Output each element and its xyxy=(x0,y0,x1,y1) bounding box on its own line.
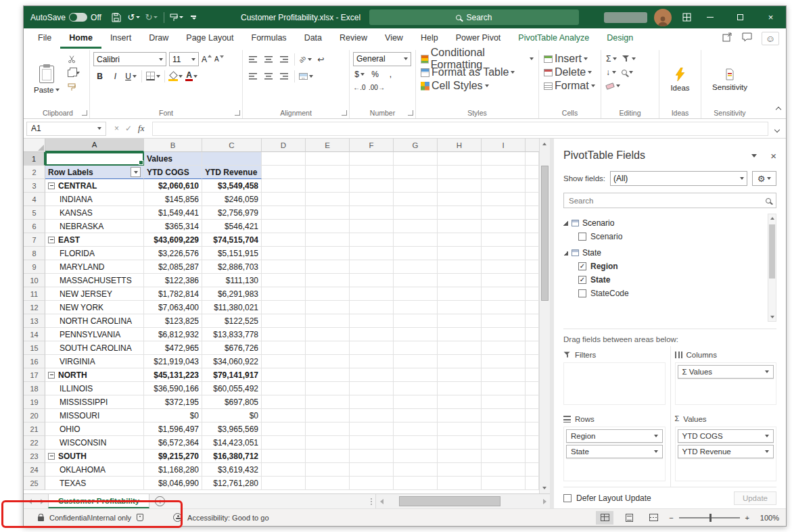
cell-F5[interactable] xyxy=(350,206,394,220)
field-group-state[interactable]: State xyxy=(563,246,768,260)
cell-C9[interactable]: $2,886,703 xyxy=(202,260,262,274)
row-header-10[interactable]: 10 xyxy=(24,274,45,287)
area-item-ytd-cogs[interactable]: YTD COGS xyxy=(678,429,774,443)
cell-D9[interactable] xyxy=(262,260,306,274)
column-header-B[interactable]: B xyxy=(144,139,202,152)
cell-D19[interactable] xyxy=(262,395,306,409)
column-header-F[interactable]: F xyxy=(350,139,394,152)
name-box[interactable]: A1 xyxy=(26,122,106,136)
cell-I25[interactable] xyxy=(482,477,526,490)
cell-I23[interactable] xyxy=(482,450,526,463)
accounting-format-button[interactable]: $ xyxy=(353,68,366,81)
cell-G14[interactable] xyxy=(394,328,438,341)
row-header-3[interactable]: 3 xyxy=(24,179,45,193)
cell-C3[interactable]: $3,549,458 xyxy=(202,179,262,193)
column-header-G[interactable]: G xyxy=(394,139,438,152)
cell-D4[interactable] xyxy=(262,193,306,206)
close-pane-icon[interactable]: × xyxy=(770,150,776,162)
page-break-view-button[interactable] xyxy=(645,511,662,525)
cell-styles-button[interactable]: Cell Styles xyxy=(419,80,535,92)
cell-A8[interactable]: FLORIDA xyxy=(45,247,144,260)
page-layout-view-button[interactable] xyxy=(620,511,638,525)
cell-F20[interactable] xyxy=(350,409,394,422)
cell-F3[interactable] xyxy=(350,179,394,193)
cell-C14[interactable]: $13,833,778 xyxy=(202,328,262,341)
cell-H24[interactable] xyxy=(438,463,482,477)
field-item-region[interactable]: Region xyxy=(563,260,768,273)
checkbox-checked[interactable] xyxy=(578,262,586,270)
cell-A13[interactable]: NORTH CAROLINA xyxy=(45,314,144,328)
cell-F23[interactable] xyxy=(350,450,394,463)
cell-D12[interactable] xyxy=(262,301,306,314)
cell-A22[interactable]: WISCONSIN xyxy=(45,436,144,450)
cell-C5[interactable]: $2,756,979 xyxy=(202,206,262,220)
row-header-11[interactable]: 11 xyxy=(24,287,45,301)
align-right-button[interactable] xyxy=(277,70,290,83)
cancel-icon[interactable]: × xyxy=(114,124,119,133)
scroll-right-button[interactable] xyxy=(539,494,550,508)
cell-E8[interactable] xyxy=(306,247,350,260)
insert-function-button[interactable]: fx xyxy=(138,123,144,134)
cell-B18[interactable]: $36,590,166 xyxy=(144,382,202,395)
cell-F19[interactable] xyxy=(350,395,394,409)
borders-button[interactable] xyxy=(146,70,160,83)
cell-B8[interactable]: $3,226,576 xyxy=(144,247,202,260)
cell-C18[interactable]: $60,055,492 xyxy=(202,382,262,395)
cell-F18[interactable] xyxy=(350,382,394,395)
sensitivity-button[interactable]: Sensitivity xyxy=(708,51,751,107)
cell-A3[interactable]: CENTRAL xyxy=(45,179,144,193)
cell-D25[interactable] xyxy=(262,477,306,490)
row-header-6[interactable]: 6 xyxy=(24,220,45,233)
cell-A9[interactable]: MARYLAND xyxy=(45,260,144,274)
fill-button[interactable]: ↓ xyxy=(605,66,618,78)
bold-button[interactable]: B xyxy=(93,70,106,83)
cell-A16[interactable]: VIRGINIA xyxy=(45,355,144,368)
cell-E24[interactable] xyxy=(306,463,350,477)
autosave-switch-icon[interactable] xyxy=(69,13,87,22)
ribbon-tab-page-layout[interactable]: Page Layout xyxy=(177,28,242,49)
row-header-7[interactable]: 7 xyxy=(24,233,45,247)
middle-align-button[interactable] xyxy=(262,53,275,66)
ribbon-tab-insert[interactable]: Insert xyxy=(101,28,140,49)
scrollbar-splitter[interactable] xyxy=(367,494,375,508)
cell-E12[interactable] xyxy=(306,301,350,314)
cell-A6[interactable]: NEBRASKA xyxy=(45,220,144,233)
delete-cells-button[interactable]: Delete xyxy=(542,66,597,78)
column-header-A[interactable]: A xyxy=(45,139,144,152)
cell-H3[interactable] xyxy=(438,179,482,193)
fill-color-button[interactable] xyxy=(169,70,183,83)
undo-button[interactable]: ↺ xyxy=(126,9,142,26)
column-header-E[interactable]: E xyxy=(306,139,350,152)
cell-H19[interactable] xyxy=(438,395,482,409)
cell-I1[interactable] xyxy=(482,152,526,166)
cell-D3[interactable] xyxy=(262,179,306,193)
cell-F16[interactable] xyxy=(350,355,394,368)
cell-A11[interactable]: NEW JERSEY xyxy=(45,287,144,301)
cell-C10[interactable]: $111,130 xyxy=(202,274,262,287)
close-button[interactable]: × xyxy=(755,6,786,28)
orientation-button[interactable]: ab xyxy=(299,53,312,66)
cell-E11[interactable] xyxy=(306,287,350,301)
row-header-1[interactable]: 1 xyxy=(24,152,45,166)
cell-B22[interactable]: $6,572,364 xyxy=(144,436,202,450)
values-dropzone[interactable]: YTD COGSYTD Revenue xyxy=(675,427,777,481)
cell-B21[interactable]: $1,596,497 xyxy=(144,422,202,436)
cell-B10[interactable]: $122,386 xyxy=(144,274,202,287)
find-select-button[interactable] xyxy=(620,66,634,78)
decrease-font-size-button[interactable]: A xyxy=(214,55,224,63)
scrollbar-thumb[interactable] xyxy=(769,224,775,279)
scroll-left-button[interactable] xyxy=(376,494,387,508)
ribbon-tab-help[interactable]: Help xyxy=(412,28,447,49)
cell-A5[interactable]: KANSAS xyxy=(45,206,144,220)
collapse-button[interactable] xyxy=(48,237,55,243)
scroll-down-icon[interactable] xyxy=(542,487,546,489)
next-sheet-button[interactable] xyxy=(36,494,48,508)
field-list-scrollbar[interactable] xyxy=(768,214,776,322)
cell-F24[interactable] xyxy=(350,463,394,477)
cell-A18[interactable]: ILLINOIS xyxy=(45,382,144,395)
filters-dropzone[interactable] xyxy=(563,362,666,405)
cell-I12[interactable] xyxy=(482,301,526,314)
cell-F9[interactable] xyxy=(350,260,394,274)
cell-I17[interactable] xyxy=(482,368,526,382)
cell-H4[interactable] xyxy=(438,193,482,206)
